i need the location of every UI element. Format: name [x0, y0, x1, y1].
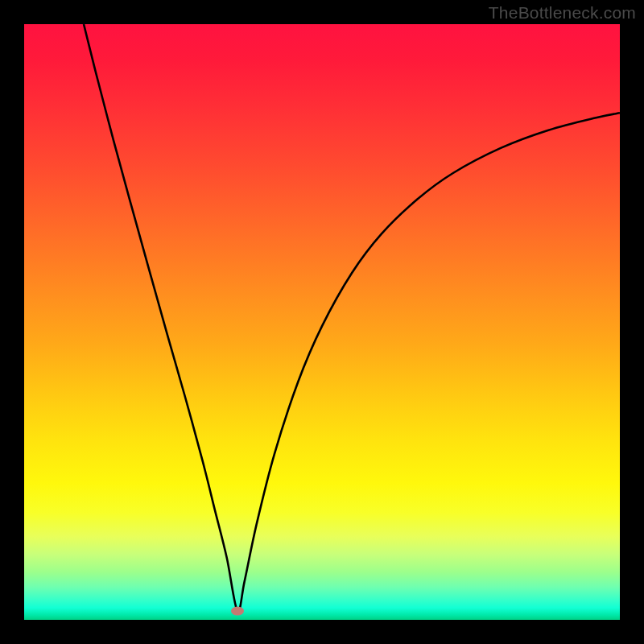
curve-path	[84, 24, 620, 612]
watermark-text: TheBottleneck.com	[489, 3, 636, 23]
chart-frame: TheBottleneck.com	[0, 0, 644, 644]
bottleneck-curve	[24, 24, 620, 620]
optimal-point-dot	[231, 606, 244, 615]
plot-area	[24, 24, 620, 620]
